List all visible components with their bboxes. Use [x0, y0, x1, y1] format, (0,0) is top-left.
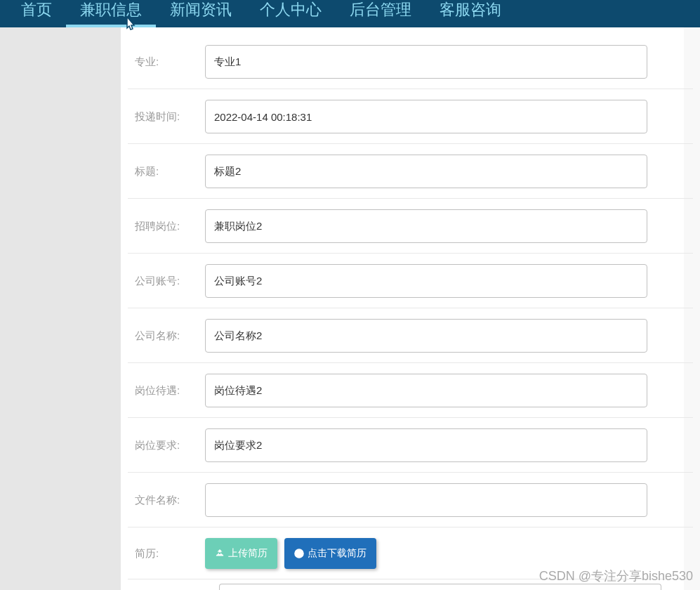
nav-parttime-info[interactable]: 兼职信息 — [66, 0, 156, 27]
upload-resume-button[interactable]: 上传简历 — [205, 538, 277, 569]
upload-button-label: 上传简历 — [228, 547, 268, 560]
label-position: 招聘岗位: — [135, 220, 205, 233]
nav-admin[interactable]: 后台管理 — [336, 0, 425, 27]
resume-button-group: 上传简历 点击下载简历 — [205, 538, 376, 569]
form-row-position: 招聘岗位: — [128, 199, 693, 254]
input-requirement[interactable] — [205, 428, 647, 462]
download-icon — [294, 549, 304, 558]
form-row-company-name: 公司名称: — [128, 308, 693, 363]
label-title: 标题: — [135, 165, 205, 178]
left-sidebar — [0, 27, 121, 590]
nav-personal-center[interactable]: 个人中心 — [246, 0, 336, 27]
form-row-submit-time: 投递时间: — [128, 89, 693, 144]
input-major[interactable] — [205, 45, 647, 79]
form-section: 专业: 投递时间: 标题: 招聘岗位: 公司账号: 公司名称: 岗位待遇: — [121, 27, 700, 579]
form-row-title: 标题: — [128, 144, 693, 199]
label-submit-time: 投递时间: — [135, 110, 205, 124]
input-company-account[interactable] — [205, 264, 647, 298]
nav-home[interactable]: 首页 — [7, 0, 66, 27]
form-row-major: 专业: — [128, 27, 693, 89]
label-salary: 岗位待遇: — [135, 384, 205, 398]
partial-input-bottom — [219, 584, 661, 590]
input-file-name[interactable] — [205, 483, 647, 517]
input-company-name[interactable] — [205, 319, 647, 353]
form-row-file-name: 文件名称: — [128, 473, 693, 527]
input-submit-time[interactable] — [205, 100, 647, 133]
input-salary[interactable] — [205, 374, 647, 407]
download-resume-button[interactable]: 点击下载简历 — [284, 538, 376, 569]
form-row-company-account: 公司账号: — [128, 254, 693, 308]
label-company-name: 公司名称: — [135, 329, 205, 343]
nav-customer-service[interactable]: 客服咨询 — [425, 0, 515, 27]
nav-news[interactable]: 新闻资讯 — [156, 0, 246, 27]
upload-icon — [215, 549, 225, 558]
form-row-requirement: 岗位要求: — [128, 418, 693, 473]
main-navigation: 首页 兼职信息 新闻资讯 个人中心 后台管理 客服咨询 — [0, 0, 700, 27]
form-row-salary: 岗位待遇: — [128, 363, 693, 418]
main-content: 专业: 投递时间: 标题: 招聘岗位: 公司账号: 公司名称: 岗位待遇: — [121, 27, 700, 590]
label-major: 专业: — [135, 55, 205, 69]
download-button-label: 点击下载简历 — [308, 547, 366, 560]
input-title[interactable] — [205, 155, 647, 188]
label-resume: 简历: — [135, 547, 205, 560]
input-position[interactable] — [205, 209, 647, 243]
watermark-text: CSDN @专注分享bishe530 — [539, 568, 693, 584]
label-company-account: 公司账号: — [135, 275, 205, 288]
label-requirement: 岗位要求: — [135, 439, 205, 452]
label-file-name: 文件名称: — [135, 494, 205, 507]
